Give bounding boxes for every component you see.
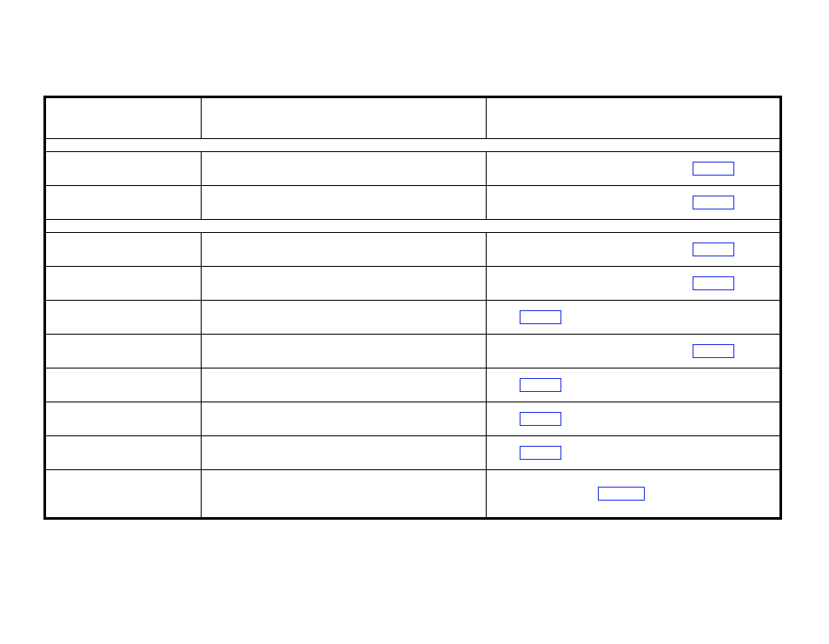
cell-b — [202, 368, 487, 402]
table-row — [45, 152, 781, 186]
table-row — [45, 335, 781, 368]
cell-c — [487, 233, 781, 267]
link-box[interactable] — [693, 162, 734, 176]
cell-c — [487, 402, 781, 436]
link-box[interactable] — [520, 378, 561, 392]
cell-a — [45, 368, 202, 402]
table-row — [45, 233, 781, 267]
cell-a — [45, 233, 202, 267]
cell-a — [45, 470, 202, 519]
cell-a — [45, 301, 202, 335]
cell-b — [202, 233, 487, 267]
cell-b — [202, 436, 487, 470]
cell-b — [202, 335, 487, 368]
cell-b — [202, 267, 487, 301]
header-col-b — [202, 97, 487, 139]
header-col-c — [487, 97, 781, 139]
cell-a — [45, 186, 202, 220]
cell-c — [487, 436, 781, 470]
cell-c — [487, 368, 781, 402]
cell-a — [45, 335, 202, 368]
cell-a — [45, 152, 202, 186]
cell-a — [45, 402, 202, 436]
table-row — [45, 301, 781, 335]
link-box[interactable] — [693, 196, 734, 209]
link-box[interactable] — [693, 276, 734, 290]
cell-a — [45, 267, 202, 301]
header-col-a — [45, 97, 202, 139]
section-1-heading — [45, 139, 781, 152]
cell-b — [202, 402, 487, 436]
table-row — [45, 436, 781, 470]
cell-b — [202, 301, 487, 335]
link-box[interactable] — [520, 446, 561, 460]
cell-c — [487, 335, 781, 368]
table-row — [45, 368, 781, 402]
cell-c — [487, 267, 781, 301]
link-box[interactable] — [520, 412, 561, 426]
table-header-row — [45, 97, 781, 139]
link-box[interactable] — [693, 344, 734, 358]
cell-c — [487, 301, 781, 335]
section-2-heading — [45, 220, 781, 233]
section-1-heading-cell — [45, 139, 781, 152]
cell-c — [487, 470, 781, 519]
cell-b — [202, 470, 487, 519]
section-2-heading-cell — [45, 220, 781, 233]
table-row — [45, 186, 781, 220]
cell-c — [487, 186, 781, 220]
cell-a — [45, 436, 202, 470]
link-box[interactable] — [693, 242, 734, 256]
link-box[interactable] — [598, 487, 645, 501]
link-box[interactable] — [520, 310, 561, 324]
table-row — [45, 267, 781, 301]
table-row — [45, 402, 781, 436]
main-table — [43, 96, 782, 520]
cell-c — [487, 152, 781, 186]
cell-b — [202, 186, 487, 220]
cell-b — [202, 152, 487, 186]
table-row — [45, 470, 781, 519]
